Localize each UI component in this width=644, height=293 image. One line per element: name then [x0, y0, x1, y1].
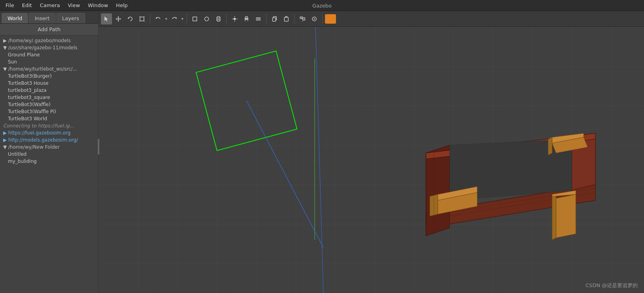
menu-edit[interactable]: Edit [18, 1, 36, 10]
svg-marker-60 [548, 137, 552, 155]
scene-svg [99, 27, 644, 293]
model-list-item[interactable]: Untitled [0, 151, 98, 158]
tab-layers[interactable]: Layers [56, 13, 85, 23]
menu-help[interactable]: Help [112, 1, 132, 10]
toolbar: ▾ ▾ [99, 11, 644, 27]
svg-rect-36 [303, 18, 305, 20]
redo-button[interactable] [169, 13, 180, 24]
svg-point-20 [233, 18, 236, 20]
sphere-shape-button[interactable] [201, 13, 212, 24]
separator-1 [150, 14, 150, 24]
svg-line-28 [248, 20, 248, 21]
model-list-item[interactable]: TurtleBot3(Waffle) [0, 101, 98, 108]
svg-marker-3 [118, 21, 119, 22]
model-list-item[interactable]: ▶ http://models.gazebosim.org/ [0, 136, 98, 144]
menu-file[interactable]: File [2, 1, 18, 10]
align-button[interactable] [297, 13, 308, 24]
model-list-item[interactable]: TurtleBot3 World [0, 115, 98, 122]
svg-point-39 [314, 18, 315, 19]
paste-button[interactable] [281, 13, 292, 24]
tab-world[interactable]: World [2, 13, 28, 23]
separator-4 [266, 14, 267, 24]
undo-button[interactable] [153, 13, 164, 24]
svg-rect-34 [284, 17, 288, 21]
svg-line-8 [139, 16, 140, 17]
snap-button[interactable] [309, 13, 320, 24]
select-tool-button[interactable] [101, 13, 112, 24]
model-list-item[interactable]: my_buliding [0, 158, 98, 165]
orange-button[interactable] [325, 14, 336, 24]
svg-marker-5 [120, 18, 121, 20]
svg-marker-2 [118, 16, 119, 17]
svg-rect-33 [273, 18, 276, 21]
svg-rect-35 [300, 17, 302, 19]
directional-light-button[interactable] [253, 13, 264, 24]
rotate-tool-button[interactable] [125, 13, 136, 24]
svg-marker-61 [556, 194, 576, 238]
model-list-item[interactable]: turtlebot3_square [0, 94, 98, 101]
separator-5 [294, 14, 295, 24]
model-list: ▶ /home/wy/.gazebo/models▼ /usr/share/ga… [0, 35, 98, 293]
point-light-button[interactable] [229, 13, 240, 24]
model-list-item[interactable]: TurtleBot3 House [0, 80, 98, 87]
redo-dropdown[interactable]: ▾ [181, 16, 184, 22]
svg-line-11 [144, 21, 145, 22]
spot-light-button[interactable] [241, 13, 252, 24]
svg-marker-62 [552, 194, 556, 240]
svg-marker-4 [116, 18, 117, 20]
menu-bar: Gazebo File Edit Camera View Window Help [0, 0, 644, 11]
model-list-item[interactable]: ▶ /home/wy/.gazebo/models [0, 37, 98, 44]
menu-camera[interactable]: Camera [36, 1, 64, 10]
svg-line-9 [144, 16, 145, 17]
model-list-item[interactable]: ▼ /home/wy/New Folder [0, 144, 98, 151]
viewport[interactable]: CSDN @还是要追梦的 [99, 27, 644, 293]
copy-button[interactable] [269, 13, 280, 24]
svg-point-16 [217, 17, 220, 18]
svg-marker-48 [426, 145, 450, 236]
svg-point-19 [217, 20, 220, 21]
model-list-item[interactable]: TurtleBot3(Burger) [0, 73, 98, 80]
svg-line-10 [139, 21, 140, 22]
separator-6 [322, 14, 323, 24]
cylinder-shape-button[interactable] [213, 13, 224, 24]
menu-window[interactable]: Window [84, 1, 112, 10]
model-list-item[interactable]: ▼ /home/wy/turtlebot_ws/src/... [0, 65, 98, 73]
tab-insert[interactable]: Insert [29, 13, 55, 23]
box-shape-button[interactable] [189, 13, 200, 24]
resize-handle[interactable] [98, 139, 99, 155]
separator-3 [226, 14, 227, 24]
model-list-item[interactable]: Connecting to https://fuel.ig... [0, 122, 98, 129]
svg-rect-7 [140, 17, 144, 21]
add-path-button[interactable]: Add Path [0, 24, 98, 35]
model-list-item[interactable]: ▼ /usr/share/gazebo-11/models [0, 44, 98, 51]
left-tab-bar: World Insert Layers [0, 11, 98, 24]
undo-dropdown[interactable]: ▾ [164, 16, 168, 22]
model-list-item[interactable]: ▶ https://fuel.gazebosim.org [0, 129, 98, 136]
model-list-item[interactable]: Sun [0, 58, 98, 65]
menu-view[interactable]: View [64, 1, 84, 10]
model-list-item[interactable]: Ground Plane [0, 51, 98, 58]
svg-line-27 [245, 20, 245, 21]
translate-tool-button[interactable] [113, 13, 124, 24]
app-title: Gazebo [312, 0, 332, 11]
svg-rect-14 [193, 17, 197, 21]
separator-2 [187, 14, 187, 24]
scale-tool-button[interactable] [136, 13, 147, 24]
model-list-item[interactable]: turtlebot3_plaza [0, 87, 98, 94]
svg-point-15 [205, 17, 209, 21]
model-list-item[interactable]: TurtleBot3(Waffle Pi) [0, 108, 98, 115]
left-panel: World Insert Layers Add Path ▶ /home/wy/… [0, 11, 99, 293]
